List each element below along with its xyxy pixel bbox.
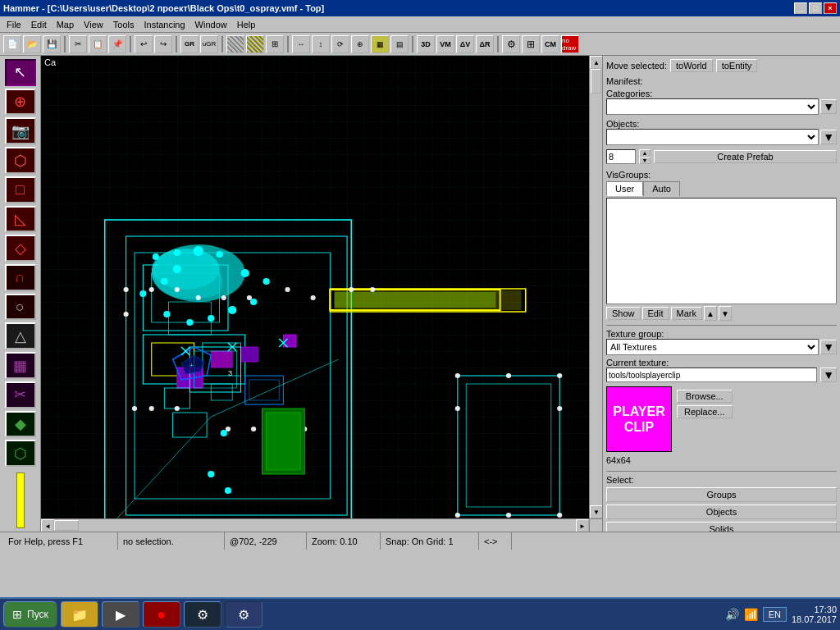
to-entity-btn[interactable]: toEntity	[716, 59, 758, 72]
tool-path[interactable]: ⬡	[5, 440, 36, 467]
spin-down[interactable]: ▼	[639, 157, 651, 164]
objects-dropdown-btn[interactable]: ▼	[820, 130, 837, 144]
close-btn[interactable]: ×	[824, 2, 837, 14]
tb-3d[interactable]: 3D	[417, 35, 435, 53]
tb-vm[interactable]: VM	[436, 35, 454, 53]
menu-instancing[interactable]: Instancing	[139, 18, 189, 31]
scroll-thumb-v[interactable]	[591, 69, 601, 94]
tool-arch[interactable]: ∩	[5, 264, 36, 291]
visgroup-up-btn[interactable]: ▲	[704, 306, 717, 321]
status-coords: @702, -229	[225, 532, 307, 550]
tb-ar[interactable]: ΔR	[476, 35, 494, 53]
categories-dropdown-btn[interactable]: ▼	[820, 99, 837, 114]
texture-dropdown[interactable]: ▼	[820, 368, 837, 382]
browse-btn[interactable]: Browse...	[677, 390, 733, 403]
spin-up[interactable]: ▲	[639, 149, 651, 157]
menu-window[interactable]: Window	[190, 18, 232, 31]
titlebar-controls[interactable]: _ □ ×	[794, 2, 837, 14]
tb-open[interactable]: 📂	[23, 35, 41, 53]
tab-user[interactable]: User	[606, 181, 643, 196]
visgroup-down-btn[interactable]: ▼	[719, 306, 732, 321]
start-button[interactable]: ⊞ Пуск	[3, 601, 57, 628]
tb-t1[interactable]: ↔	[292, 35, 310, 53]
tool-spike[interactable]: ◇	[5, 235, 36, 262]
svg-point-27	[149, 287, 154, 292]
tool-entity[interactable]: ⬡	[5, 147, 36, 174]
tb-paste[interactable]: 📌	[108, 35, 126, 53]
tb-misc3[interactable]: CM	[541, 35, 559, 53]
tb-av[interactable]: ΔV	[456, 35, 474, 53]
date-display: 18.07.2017	[792, 614, 837, 624]
tb-ungroup[interactable]: uGR	[200, 35, 218, 53]
maximize-btn[interactable]: □	[809, 2, 822, 14]
scroll-down-btn[interactable]: ▼	[590, 505, 602, 518]
tb-t4[interactable]: ⊕	[351, 35, 369, 53]
tool-magnify[interactable]: ⊕	[5, 89, 36, 116]
tool-pointer[interactable]: ↖	[5, 59, 36, 86]
tb-misc2[interactable]: ⊞	[522, 35, 540, 53]
tb-snap2[interactable]: ▤	[390, 35, 409, 53]
tool-wedge[interactable]: ◺	[5, 206, 36, 233]
minimize-btn[interactable]: _	[794, 2, 807, 14]
categories-select[interactable]	[606, 98, 819, 115]
tb-undo[interactable]: ↩	[135, 35, 153, 53]
menu-help[interactable]: Help	[232, 18, 261, 31]
menu-map[interactable]: Map	[52, 18, 79, 31]
tool-vertex[interactable]: ◆	[5, 411, 36, 438]
viewport-scrollbar-vertical[interactable]: ▲ ▼	[589, 56, 602, 518]
spinner-controls[interactable]: ▲ ▼	[639, 149, 651, 164]
menu-tools[interactable]: Tools	[108, 18, 139, 31]
scroll-left-btn[interactable]: ◄	[41, 519, 54, 532]
tb-redo[interactable]: ↪	[154, 35, 172, 53]
create-prefab-btn[interactable]: Create Prefab	[654, 150, 837, 163]
spinner-input[interactable]	[606, 149, 636, 164]
menu-file[interactable]: File	[2, 18, 26, 31]
taskbar-app2[interactable]: ▶	[102, 601, 139, 628]
taskbar-hammer[interactable]: ⚙	[225, 601, 262, 628]
scroll-up-btn[interactable]: ▲	[590, 56, 602, 69]
show-btn[interactable]: Show	[606, 307, 641, 320]
tb-misc1[interactable]: ⚙	[502, 35, 520, 53]
tool-clip[interactable]: ✂	[5, 381, 36, 409]
tb-cut[interactable]: ✂	[69, 35, 87, 53]
texture-group-dropdown[interactable]: ▼	[820, 340, 837, 354]
tool-block[interactable]: □	[5, 176, 36, 203]
select-groups-btn[interactable]: Groups	[606, 487, 837, 502]
tb-nodraw[interactable]: no draw	[561, 35, 579, 53]
tb-t3[interactable]: ⟳	[331, 35, 349, 53]
scroll-right-btn[interactable]: ►	[576, 519, 589, 532]
tb-copy[interactable]: 📋	[89, 35, 107, 53]
tool-camera[interactable]: 📷	[5, 117, 36, 144]
objects-select[interactable]	[606, 129, 819, 145]
to-world-btn[interactable]: toWorld	[670, 59, 713, 72]
tool-sphere[interactable]: ○	[5, 294, 36, 321]
taskbar-explorer[interactable]: 📁	[61, 601, 98, 628]
tb-t2[interactable]: ↕	[312, 35, 330, 53]
taskbar-steam[interactable]: ⚙	[184, 601, 221, 628]
select-objects-btn[interactable]: Objects	[606, 504, 837, 519]
viewport-scrollbar-horizontal[interactable]: ◄ ►	[41, 518, 589, 532]
tb-hide[interactable]	[226, 35, 244, 53]
tool-cone[interactable]: △	[5, 322, 36, 349]
select-solids-btn[interactable]: Solids	[606, 522, 837, 532]
language-indicator[interactable]: EN	[763, 607, 787, 622]
tb-hide2[interactable]	[246, 35, 264, 53]
svg-point-64	[139, 290, 146, 297]
menu-edit[interactable]: Edit	[26, 18, 52, 31]
mark-btn[interactable]: Mark	[671, 307, 702, 320]
edit-btn[interactable]: Edit	[642, 307, 669, 320]
tb-save[interactable]: 💾	[43, 35, 61, 53]
menu-view[interactable]: View	[79, 18, 108, 31]
replace-btn[interactable]: Replace...	[677, 405, 733, 418]
tb-new[interactable]: 📄	[3, 35, 21, 53]
tab-auto[interactable]: Auto	[643, 181, 680, 196]
tb-snap[interactable]: ▦	[371, 35, 389, 53]
viewport[interactable]: Ca	[41, 56, 602, 532]
tool-texture[interactable]: ▦	[5, 352, 36, 379]
scroll-thumb-h[interactable]	[54, 520, 79, 531]
tb-group[interactable]: GR	[180, 35, 199, 53]
tb-cordon[interactable]: ⊞	[266, 35, 284, 53]
taskbar-app3[interactable]: ●	[143, 601, 180, 628]
texture-path-input[interactable]	[606, 368, 817, 382]
texture-group-select[interactable]: All Textures	[606, 339, 819, 355]
